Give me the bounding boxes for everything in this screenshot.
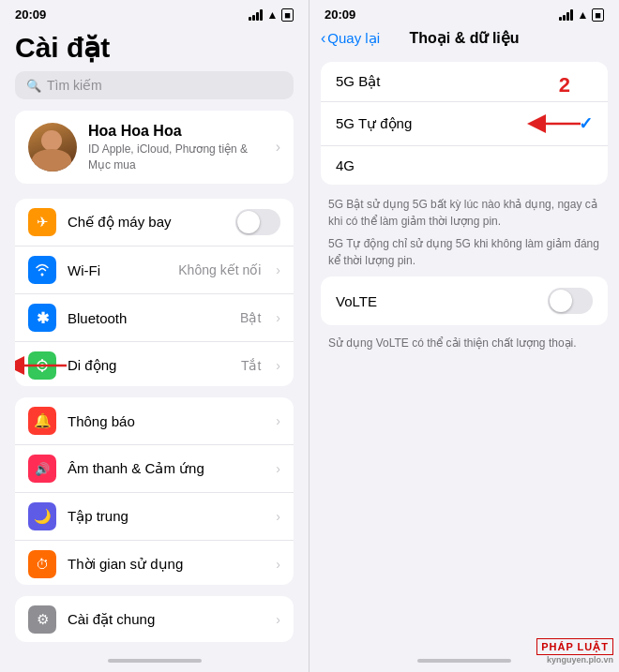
focus-label: Tập trung [68,508,261,525]
network-note-2: 5G Tự động chỉ sử dụng 5G khi không làm … [321,231,608,276]
cellular-chevron: › [276,358,280,373]
general-item[interactable]: ⚙ Cài đặt chung › [15,596,294,642]
wifi-icon [28,256,56,284]
screentime-item[interactable]: ⏱ Thời gian sử dụng › [15,541,294,585]
network-note: 5G Bật sử dụng 5G bất kỳ lúc nào khả dụn… [321,192,608,231]
profile-chevron: › [276,139,280,156]
sounds-item[interactable]: 🔊 Âm thanh & Cảm ứng › [15,445,294,493]
5g-auto-item[interactable]: 5G Tự động ✓ [321,102,608,146]
airplane-icon: ✈ [28,208,56,236]
profile-info: Hoa Hoa Hoa ID Apple, iCloud, Phương tiệ… [88,122,264,172]
notifications-label: Thông báo [68,413,261,429]
volte-section: VoLTE [321,276,608,325]
settings-group-3: ⚙ Cài đặt chung › [15,596,294,642]
battery-icon-right: ■ [592,8,604,22]
bluetooth-value: Bật [240,310,261,325]
search-placeholder: Tìm kiếm [47,78,102,93]
note-2-text: 5G Tự động chỉ sử dụng 5G khi không làm … [325,235,604,269]
search-bar[interactable]: 🔍 Tìm kiếm [15,71,294,99]
5g-on-item[interactable]: 5G Bật [321,62,608,102]
bluetooth-icon: ✱ [28,304,56,332]
sounds-chevron: › [276,461,280,476]
avatar [28,123,77,172]
focus-icon: 🌙 [28,502,56,530]
right-content: 2 5G Bật 5G Tự động ✓ [310,54,619,653]
search-icon: 🔍 [26,79,41,93]
wifi-value: Không kết nối [178,262,261,277]
watermark-line2: kynguyen.plo.vn [536,655,613,666]
volte-note-text: Sử dụng VoLTE có thể cải thiện chất lượn… [325,335,604,351]
svg-point-1 [40,364,44,367]
focus-item[interactable]: 🌙 Tập trung › [15,493,294,541]
4g-item[interactable]: 4G [321,146,608,185]
watermark: PHÁP LUẬT kynguyen.plo.vn [536,638,613,666]
volte-note-container: Sử dụng VoLTE có thể cải thiện chất lượn… [321,333,608,359]
sounds-label: Âm thanh & Cảm ứng [68,460,261,477]
general-chevron: › [276,612,280,627]
wifi-item[interactable]: Wi-Fi Không kết nối › [15,246,294,294]
cellular-value: Tắt [241,358,261,373]
status-icons-left: ▲ ■ [249,8,294,22]
nav-bar: ‹ Quay lại Thoại & dữ liệu [310,25,619,54]
right-panel: 20:09 ▲ ■ ‹ Quay lại Thoại & dữ liệu 2 5… [310,0,619,672]
left-panel: 20:09 ▲ ■ Cài đặt 🔍 Tìm kiếm Hoa Hoa Hoa… [0,0,310,672]
signal-icon [249,9,263,21]
sounds-icon: 🔊 [28,455,56,483]
home-indicator-left [0,653,309,672]
screentime-icon: ⏱ [28,550,56,578]
5g-on-label: 5G Bật [336,73,593,90]
focus-chevron: › [276,509,280,524]
cellular-icon [28,351,56,380]
screentime-label: Thời gian sử dụng [68,556,261,573]
wifi-right-icon: ▲ [577,8,588,22]
signal-icon-right [559,9,573,21]
page-title: Cài đặt [0,25,309,71]
nav-title: Thoại & dữ liệu [409,29,519,47]
notifications-icon: 🔔 [28,407,56,435]
bluetooth-item[interactable]: ✱ Bluetooth Bật › [15,294,294,342]
note-1-text: 5G Bật sử dụng 5G bất kỳ lúc nào khả dụn… [325,196,604,230]
airplane-toggle[interactable] [235,209,280,235]
profile-name: Hoa Hoa Hoa [88,122,264,142]
wifi-status-icon: ▲ [266,8,278,22]
battery-icon: ■ [281,8,294,22]
status-bar-right: 20:09 ▲ ■ [310,0,619,25]
back-chevron-icon: ‹ [321,30,325,47]
settings-group-connectivity: ✈ Chế độ máy bay Wi-Fi Không kết nối › ✱… [15,199,294,386]
cellular-label: Di động [68,357,230,374]
wifi-chevron: › [276,262,280,277]
watermark-line1: PHÁP LUẬT [536,638,613,655]
settings-group-2: 🔔 Thông báo › 🔊 Âm thanh & Cảm ứng › 🌙 T… [15,397,294,585]
wifi-label: Wi-Fi [68,262,167,278]
airplane-mode-item[interactable]: ✈ Chế độ máy bay [15,199,294,246]
time-right: 20:09 [325,7,355,22]
airplane-label: Chế độ máy bay [68,214,224,231]
volte-item: VoLTE [321,276,608,325]
general-label: Cài đặt chung [68,611,261,628]
annotation-arrow-2 [529,114,585,133]
time-left: 20:09 [15,7,46,22]
status-icons-right: ▲ ■ [559,8,604,22]
cellular-item[interactable]: Di động Tắt › 1 [15,342,294,386]
4g-label: 4G [336,157,593,173]
notifications-chevron: › [276,413,280,428]
notifications-item[interactable]: 🔔 Thông báo › [15,397,294,445]
general-icon: ⚙ [28,605,56,634]
volte-label: VoLTE [336,293,536,309]
bluetooth-chevron: › [276,310,280,325]
back-label: Quay lại [327,30,380,47]
network-options-section: 2 5G Bật 5G Tự động ✓ [321,62,608,185]
back-button[interactable]: ‹ Quay lại [321,30,380,47]
profile-subtitle: ID Apple, iCloud, Phương tiện & Mục mua [88,142,264,173]
screentime-chevron: › [276,557,280,572]
bluetooth-label: Bluetooth [68,310,229,326]
volte-toggle[interactable] [548,288,593,314]
status-bar-left: 20:09 ▲ ■ [0,0,309,25]
profile-card[interactable]: Hoa Hoa Hoa ID Apple, iCloud, Phương tiệ… [15,111,294,184]
